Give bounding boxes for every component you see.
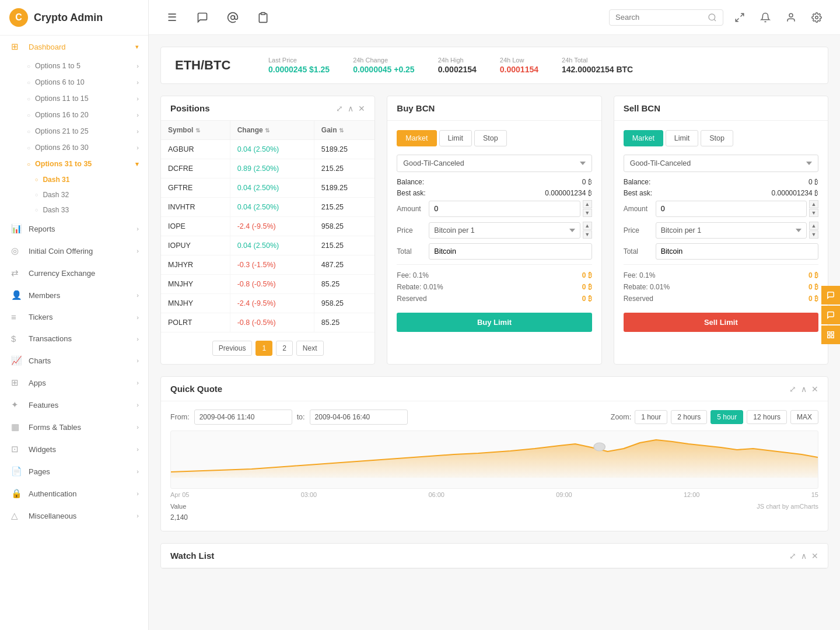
buy-price-down[interactable]: ▼ bbox=[583, 230, 592, 239]
page-2-button[interactable]: 2 bbox=[276, 341, 293, 356]
zoom-max-button[interactable]: MAX bbox=[790, 410, 818, 424]
sidebar-item-options2[interactable]: Options 6 to 10 › bbox=[0, 74, 148, 90]
at-icon[interactable] bbox=[223, 8, 242, 27]
clipboard-icon[interactable] bbox=[254, 8, 272, 27]
positions-pagination: Previous 1 2 Next bbox=[161, 332, 374, 364]
sell-total-row: Total bbox=[624, 243, 818, 260]
buy-price-up[interactable]: ▲ bbox=[583, 222, 592, 230]
sidebar-item-forms[interactable]: ▦ Forms & Tables › bbox=[0, 416, 148, 438]
low-24h-stat: 24h Low 0.0001154 bbox=[500, 57, 538, 74]
buy-total-input[interactable] bbox=[429, 243, 592, 260]
bell-icon[interactable] bbox=[756, 8, 775, 27]
cell-change: -0.8 (-0.5%) bbox=[230, 275, 314, 294]
sidebar-item-options1[interactable]: Options 1 to 5 › bbox=[0, 58, 148, 74]
float-button-2[interactable] bbox=[821, 306, 840, 324]
float-button-1[interactable] bbox=[821, 286, 840, 304]
sidebar-item-pages[interactable]: 📄 Pages › bbox=[0, 460, 148, 482]
sidebar-item-tickers[interactable]: ≡ Tickers › bbox=[0, 306, 148, 328]
sidebar-nav: ⊞ Dashboard ▾ Options 1 to 5 › Options 6… bbox=[0, 36, 148, 630]
sidebar-item-auth[interactable]: 🔒 Authentication › bbox=[0, 482, 148, 505]
sidebar-item-options3[interactable]: Options 11 to 15 › bbox=[0, 90, 148, 107]
sidebar-item-options6[interactable]: Options 26 to 30 › bbox=[0, 139, 148, 156]
sell-amount-down[interactable]: ▼ bbox=[809, 209, 818, 217]
close-icon[interactable]: ✕ bbox=[811, 551, 818, 561]
buy-amount-down[interactable]: ▼ bbox=[583, 209, 592, 217]
buy-price-select[interactable]: Bitcoin per 1 bbox=[429, 222, 580, 239]
resize-icon[interactable]: ⤢ bbox=[789, 551, 796, 561]
sidebar-item-options5[interactable]: Options 21 to 25 › bbox=[0, 123, 148, 139]
buy-amount-input[interactable] bbox=[429, 201, 580, 217]
zoom-2h-button[interactable]: 2 hours bbox=[671, 410, 707, 424]
sell-limit-button[interactable]: Sell Limit bbox=[624, 313, 818, 332]
table-row: MJHYR-0.3 (-1.5%)487.25 bbox=[161, 256, 374, 275]
float-button-3[interactable] bbox=[821, 326, 840, 344]
watch-list-panel: Watch List ⤢ ∧ ✕ bbox=[160, 543, 828, 569]
fullscreen-icon[interactable] bbox=[730, 8, 749, 27]
zoom-label: Zoom: bbox=[611, 413, 631, 421]
svg-rect-11 bbox=[831, 335, 834, 338]
sidebar-item-transactions[interactable]: $ Transactions › bbox=[0, 328, 148, 349]
sidebar-item-options7[interactable]: Options 31 to 35 ▾ bbox=[0, 156, 148, 172]
trading-pair: ETH/BTC bbox=[175, 58, 245, 73]
zoom-5h-button[interactable]: 5 hour bbox=[710, 410, 743, 424]
zoom-12h-button[interactable]: 12 hours bbox=[747, 410, 787, 424]
table-row: POLRT-0.8 (-0.5%)85.25 bbox=[161, 313, 374, 332]
sell-order-type-select[interactable]: Good-Til-CanceledFill or KillImmediate o… bbox=[624, 155, 818, 172]
sidebar-item-reports[interactable]: 📊 Reports › bbox=[0, 218, 148, 240]
cell-symbol: MNJHY bbox=[161, 294, 230, 313]
prev-page-button[interactable]: Previous bbox=[212, 341, 253, 356]
buy-order-type-select[interactable]: Good-Til-CanceledFill or KillImmediate o… bbox=[397, 155, 592, 172]
sell-total-input[interactable] bbox=[656, 243, 818, 260]
next-page-button[interactable]: Next bbox=[296, 341, 324, 356]
search-input[interactable] bbox=[615, 13, 703, 22]
sidebar-item-dash32[interactable]: Dash 32 bbox=[0, 187, 148, 202]
page-1-button[interactable]: 1 bbox=[256, 341, 272, 356]
pages-icon: 📄 bbox=[11, 466, 23, 477]
zoom-1h-button[interactable]: 1 hour bbox=[635, 410, 667, 424]
sidebar-item-features[interactable]: ✦ Features › bbox=[0, 394, 148, 416]
sidebar-item-dash31[interactable]: Dash 31 bbox=[0, 172, 148, 187]
sidebar-item-members[interactable]: 👤 Members › bbox=[0, 284, 148, 306]
sell-tab-limit[interactable]: Limit bbox=[666, 130, 698, 146]
sidebar-item-dashboard[interactable]: ⊞ Dashboard ▾ bbox=[0, 36, 148, 58]
cell-change: -2.4 (-9.5%) bbox=[230, 217, 314, 236]
sidebar-item-dash33[interactable]: Dash 33 bbox=[0, 202, 148, 218]
from-date-input[interactable] bbox=[194, 410, 292, 425]
svg-rect-10 bbox=[831, 332, 834, 334]
sell-price-up[interactable]: ▲ bbox=[809, 222, 818, 230]
buy-rebate-row: Rebate: 0.01% 0 ₿ bbox=[397, 281, 592, 293]
chevron-up-icon[interactable]: ∧ bbox=[801, 551, 807, 561]
chat-icon[interactable] bbox=[193, 8, 212, 27]
close-icon[interactable]: ✕ bbox=[811, 384, 818, 394]
buy-amount-up[interactable]: ▲ bbox=[583, 200, 592, 208]
chart-attribution: JS chart by amCharts bbox=[757, 501, 818, 512]
settings-icon[interactable] bbox=[807, 8, 826, 27]
chevron-up-icon[interactable]: ∧ bbox=[801, 384, 807, 394]
buy-tab-market[interactable]: Market bbox=[397, 130, 436, 146]
to-date-input[interactable] bbox=[310, 410, 408, 425]
sidebar-item-options4[interactable]: Options 16 to 20 › bbox=[0, 107, 148, 123]
resize-icon[interactable]: ⤢ bbox=[789, 384, 796, 394]
sidebar-item-exchange[interactable]: ⇄ Currency Exchange bbox=[0, 262, 148, 284]
resize-icon[interactable]: ⤢ bbox=[336, 104, 343, 113]
sell-tab-market[interactable]: Market bbox=[624, 130, 663, 146]
sidebar-item-apps[interactable]: ⊞ Apps › bbox=[0, 372, 148, 394]
table-row: DCFRE0.89 (2.50%)215.25 bbox=[161, 159, 374, 178]
buy-tab-stop[interactable]: Stop bbox=[474, 130, 507, 146]
change-24h-stat: 24h Change 0.0000045 +0.25 bbox=[353, 57, 415, 74]
sidebar-item-charts[interactable]: 📈 Charts › bbox=[0, 349, 148, 372]
buy-limit-button[interactable]: Buy Limit bbox=[397, 313, 592, 332]
sell-amount-input[interactable] bbox=[656, 201, 807, 217]
sell-amount-up[interactable]: ▲ bbox=[809, 200, 818, 208]
sell-tab-stop[interactable]: Stop bbox=[701, 130, 733, 146]
sidebar-item-widgets[interactable]: ⊡ Widgets › bbox=[0, 438, 148, 460]
chevron-up-icon[interactable]: ∧ bbox=[348, 104, 354, 113]
sell-price-select[interactable]: Bitcoin per 1 bbox=[656, 222, 807, 239]
sidebar-item-misc[interactable]: △ Miscellaneous › bbox=[0, 505, 148, 527]
sell-price-down[interactable]: ▼ bbox=[809, 230, 818, 239]
menu-icon[interactable]: ☰ bbox=[163, 8, 181, 27]
buy-tab-limit[interactable]: Limit bbox=[439, 130, 472, 146]
sidebar-item-ico[interactable]: ◎ Initial Coin Offering › bbox=[0, 240, 148, 262]
user-icon[interactable] bbox=[782, 8, 800, 27]
close-icon[interactable]: ✕ bbox=[358, 104, 365, 113]
